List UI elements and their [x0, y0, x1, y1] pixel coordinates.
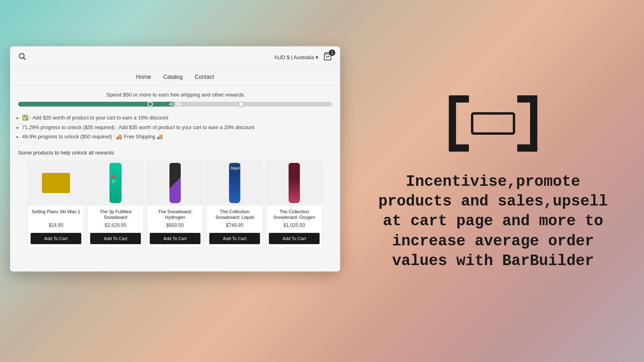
product-info-1: Selling Plans Ski Wax 1 $24.95	[28, 206, 84, 233]
progress-percent: 49.9%	[169, 102, 181, 107]
product-image-4: liquid	[207, 160, 262, 206]
product-name-5: The Collection Snowboard: Oxygen	[270, 209, 319, 221]
product-card-2: The 3p Fulfilled Snowboard $2,629.95 Add…	[88, 160, 143, 247]
product-info-3: The Snowboard: Hydrogen $600.00	[147, 206, 203, 233]
progress-track: 49.9%	[18, 102, 332, 107]
product-image-3	[147, 160, 203, 206]
nav-home[interactable]: Home	[136, 74, 151, 80]
product-card-1: Selling Plans Ski Wax 1 $24.95 Add To Ca…	[28, 160, 84, 247]
svg-rect-6	[472, 113, 514, 134]
currency-label: AUD $ | Australia	[274, 54, 314, 60]
svg-rect-8	[517, 95, 537, 103]
progress-bar-container: 49.9%	[18, 102, 332, 107]
product-card-5: The Collection Snowboard: Oxygen $1,025.…	[266, 160, 322, 247]
product-card-4: liquid The Collection Snowboard: Liquid …	[207, 160, 262, 247]
product-card-3: The Snowboard: Hydrogen $600.00 Add To C…	[147, 160, 203, 247]
header-right: AUD $ | Australia ▾ 1	[274, 52, 332, 63]
product-name-3: The Snowboard: Hydrogen	[151, 209, 200, 221]
product-image-2	[88, 160, 143, 206]
browser-header: AUD $ | Australia ▾ 1	[10, 46, 340, 69]
svg-rect-9	[517, 144, 537, 152]
cart-icon[interactable]: 1	[323, 52, 332, 63]
svg-rect-5	[449, 144, 469, 152]
product-price-5: $1,025.00	[270, 222, 319, 228]
product-info-2: The 3p Fulfilled Snowboard $2,629.95	[88, 206, 143, 233]
product-price-3: $600.00	[151, 222, 200, 228]
browser-window: AUD $ | Australia ▾ 1 Home Catalog Conta…	[10, 46, 340, 272]
product-info-5: The Collection Snowboard: Oxygen $1,025.…	[266, 206, 322, 233]
snowboard-green-image	[109, 163, 122, 203]
chevron-down-icon: ▾	[316, 54, 318, 60]
products-grid: Selling Plans Ski Wax 1 $24.95 Add To Ca…	[18, 160, 332, 247]
progress-knob-right	[238, 101, 244, 107]
nav-catalog[interactable]: Catalog	[163, 74, 182, 80]
product-name-2: The 3p Fulfilled Snowboard	[91, 209, 140, 221]
product-name-1: Selling Plans Ski Wax 1	[31, 209, 80, 221]
nav-bar: Home Catalog Contact	[10, 69, 340, 85]
svg-rect-3	[449, 95, 456, 152]
product-name-4: The Collection Snowboard: Liquid	[210, 209, 259, 221]
product-info-4: The Collection Snowboard: Liquid $749.95	[207, 206, 262, 233]
search-icon[interactable]	[18, 52, 26, 62]
product-image-5	[266, 160, 322, 206]
products-section: Some products to help unlock all rewards…	[10, 146, 340, 247]
add-to-cart-button-4[interactable]: Add To Cart	[209, 233, 260, 244]
snowboard-liquid-image: liquid	[229, 163, 240, 203]
product-price-1: $24.95	[31, 222, 80, 228]
reward-list: ✅ : Add $20 worth of product to your car…	[10, 110, 340, 146]
product-price-4: $749.95	[210, 222, 259, 228]
add-to-cart-button-3[interactable]: Add To Cart	[150, 233, 200, 244]
add-to-cart-button-2[interactable]: Add To Cart	[90, 233, 141, 244]
reward-item-3: 49.9% progress to unlock ($50 required) …	[22, 134, 332, 141]
tagline: Incentivise,promote products and sales,u…	[368, 172, 618, 271]
logo-bracket	[445, 91, 541, 156]
cart-badge: 1	[329, 49, 335, 56]
product-image-1	[28, 160, 84, 206]
products-section-title: Some products to help unlock all rewards	[18, 150, 332, 156]
add-to-cart-button-5[interactable]: Add To Cart	[269, 233, 320, 244]
right-panel: Incentivise,promote products and sales,u…	[342, 0, 644, 362]
progress-label: Spend $50 or more to earn free shipping …	[18, 92, 332, 98]
add-to-cart-button-1[interactable]: Add To Cart	[31, 233, 81, 244]
progress-knob-left	[147, 101, 153, 107]
product-price-2: $2,629.95	[91, 222, 140, 228]
nav-contact[interactable]: Contact	[195, 74, 214, 80]
progress-section: Spend $50 or more to earn free shipping …	[10, 85, 340, 107]
reward-item-1: ✅ : Add $20 worth of product to your car…	[22, 115, 332, 122]
currency-selector[interactable]: AUD $ | Australia ▾	[274, 54, 318, 60]
snowboard-hydrogen-image	[169, 163, 181, 203]
snowboard-oxygen-image	[289, 163, 300, 203]
wax-image	[42, 173, 70, 193]
svg-line-1	[24, 58, 26, 60]
svg-rect-4	[449, 95, 469, 103]
reward-item-2: 71.29% progress to unlock ($35 required)…	[22, 124, 332, 132]
svg-rect-7	[530, 95, 537, 152]
